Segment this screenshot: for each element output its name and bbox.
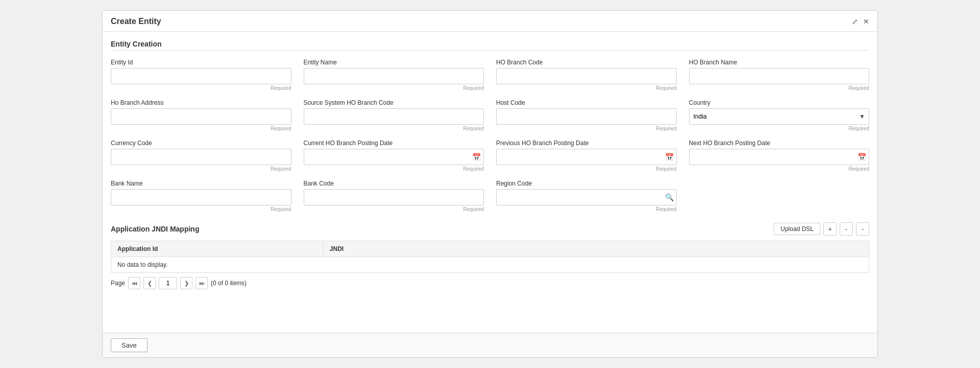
jndi-no-data-cell: No data to display.: [111, 257, 869, 273]
host-code-field: Host Code Required: [496, 99, 677, 131]
source-system-ho-branch-code-input[interactable]: [304, 108, 484, 125]
entity-id-required: Required: [111, 85, 291, 91]
ho-branch-name-input[interactable]: [689, 68, 870, 84]
add-row-button[interactable]: +: [823, 222, 837, 236]
entity-name-input[interactable]: [304, 68, 484, 84]
ho-branch-address-label: Ho Branch Address: [111, 99, 291, 106]
country-select[interactable]: India: [689, 108, 870, 125]
ho-branch-address-field: Ho Branch Address Required: [111, 99, 291, 131]
source-system-ho-branch-code-label: Source System HO Branch Code: [304, 99, 484, 106]
jndi-col-jndi: JNDI: [323, 241, 869, 257]
current-ho-branch-posting-date-input[interactable]: [304, 149, 484, 165]
source-system-ho-branch-code-required: Required: [304, 126, 484, 131]
next-ho-branch-posting-date-wrapper: 📅: [689, 149, 870, 165]
current-ho-branch-posting-date-label: Current HO Branch Posting Date: [304, 140, 484, 147]
next-ho-branch-posting-date-required: Required: [689, 166, 870, 172]
host-code-label: Host Code: [496, 99, 677, 106]
next-ho-branch-posting-date-input[interactable]: [689, 149, 870, 165]
modal-title: Create Entity: [111, 17, 161, 26]
currency-code-wrapper: [111, 149, 291, 165]
ho-branch-name-required: Required: [689, 85, 870, 91]
bank-code-field: Bank Code Required: [304, 180, 484, 212]
delete-row-button[interactable]: -: [856, 222, 869, 236]
pagination: Page ⏮ ❮ ❯ ⏭ (0 of 0 items): [111, 277, 869, 289]
page-first-button[interactable]: ⏮: [128, 277, 140, 289]
jndi-table-header-row: Application Id JNDI: [111, 241, 869, 257]
previous-ho-branch-posting-date-label: Previous HO Branch Posting Date: [496, 140, 677, 147]
ho-branch-code-input[interactable]: [496, 68, 677, 84]
host-code-required: Required: [496, 126, 677, 131]
ho-branch-code-label: HO Branch Code: [496, 59, 677, 66]
previous-ho-branch-posting-date-field: Previous HO Branch Posting Date 📅 Requir…: [496, 140, 677, 172]
current-ho-branch-posting-date-wrapper: 📅: [304, 149, 484, 165]
entity-name-wrapper: [304, 68, 484, 84]
previous-ho-branch-posting-date-input[interactable]: [496, 149, 677, 165]
calendar-icon-current[interactable]: 📅: [472, 153, 481, 161]
jndi-col-application-id: Application Id: [111, 241, 324, 257]
entity-id-label: Entity Id: [111, 59, 291, 66]
currency-code-label: Currency Code: [111, 140, 291, 147]
page-last-button[interactable]: ⏭: [195, 277, 208, 289]
previous-ho-branch-posting-date-required: Required: [496, 166, 677, 172]
country-select-wrapper: India ▼: [689, 108, 870, 125]
ho-branch-address-wrapper: [111, 108, 291, 125]
close-icon[interactable]: ✕: [863, 17, 869, 26]
entity-name-required: Required: [304, 85, 484, 91]
upload-dsl-button[interactable]: Upload DSL: [774, 223, 820, 235]
region-code-label: Region Code: [496, 180, 677, 187]
jndi-mapping-section: Application JNDI Mapping Upload DSL + - …: [111, 222, 869, 289]
ho-branch-name-label: HO Branch Name: [689, 59, 870, 66]
country-required: Required: [689, 126, 870, 131]
source-system-ho-branch-code-wrapper: [304, 108, 484, 125]
ho-branch-code-wrapper: [496, 68, 677, 84]
next-ho-branch-posting-date-label: Next HO Branch Posting Date: [689, 140, 870, 147]
jndi-table: Application Id JNDI No data to display.: [111, 241, 869, 273]
host-code-input[interactable]: [496, 108, 677, 125]
search-icon[interactable]: 🔍: [665, 193, 674, 201]
bank-name-field: Bank Name Required: [111, 180, 291, 212]
country-field: Country India ▼ Required: [689, 99, 870, 131]
page-next-button[interactable]: ❯: [180, 277, 192, 289]
bank-name-input[interactable]: [111, 189, 291, 205]
jndi-buttons: Upload DSL + - -: [774, 222, 869, 236]
page-prev-button[interactable]: ❮: [143, 277, 156, 289]
modal-header-icons: ⤢ ✕: [852, 17, 869, 26]
bank-name-required: Required: [111, 206, 291, 212]
region-code-wrapper: 🔍: [496, 189, 677, 205]
bank-code-input[interactable]: [304, 189, 484, 205]
modal-footer: Save: [103, 333, 877, 357]
entity-creation-section-title: Entity Creation: [111, 40, 869, 51]
host-code-wrapper: [496, 108, 677, 125]
page-label: Page: [111, 280, 125, 287]
page-number-input[interactable]: [159, 277, 177, 289]
create-entity-modal: Create Entity ⤢ ✕ Entity Creation Entity…: [102, 10, 878, 358]
pagination-total-info: (0 of 0 items): [211, 280, 247, 287]
region-code-input[interactable]: [496, 189, 677, 205]
current-ho-branch-posting-date-required: Required: [304, 166, 484, 172]
no-data-text: No data to display.: [117, 256, 168, 273]
entity-creation-form-grid: Entity Id Required Entity Name Required …: [111, 59, 869, 212]
current-ho-branch-posting-date-field: Current HO Branch Posting Date 📅 Require…: [304, 140, 484, 172]
ho-branch-address-input[interactable]: [111, 108, 291, 125]
ho-branch-code-required: Required: [496, 85, 677, 91]
currency-code-required: Required: [111, 166, 291, 172]
modal-header: Create Entity ⤢ ✕: [103, 11, 877, 32]
calendar-icon-next[interactable]: 📅: [857, 153, 866, 161]
ho-branch-name-field: HO Branch Name Required: [689, 59, 870, 91]
edit-row-button[interactable]: -: [840, 222, 853, 236]
country-label: Country: [689, 99, 870, 106]
calendar-icon-previous[interactable]: 📅: [665, 153, 674, 161]
entity-id-input[interactable]: [111, 68, 291, 84]
resize-icon[interactable]: ⤢: [852, 17, 858, 26]
next-ho-branch-posting-date-field: Next HO Branch Posting Date 📅 Required: [689, 140, 870, 172]
entity-id-field: Entity Id Required: [111, 59, 291, 91]
save-button[interactable]: Save: [111, 338, 148, 352]
previous-ho-branch-posting-date-wrapper: 📅: [496, 149, 677, 165]
currency-code-input[interactable]: [111, 149, 291, 165]
entity-name-label: Entity Name: [304, 59, 484, 66]
bank-code-label: Bank Code: [304, 180, 484, 187]
ho-branch-name-wrapper: [689, 68, 870, 84]
jndi-mapping-title: Application JNDI Mapping: [111, 225, 199, 233]
bank-code-wrapper: [304, 189, 484, 205]
entity-name-field: Entity Name Required: [304, 59, 484, 91]
